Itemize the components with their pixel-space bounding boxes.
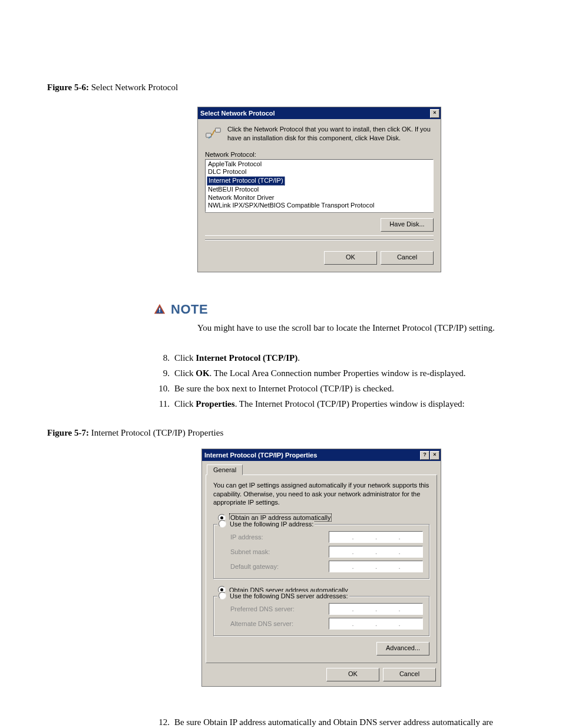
label-preferred-dns: Preferred DNS server: bbox=[230, 605, 295, 612]
label-ip-address: IP address: bbox=[230, 533, 263, 541]
radio-icon[interactable] bbox=[219, 520, 226, 528]
cancel-button[interactable]: Cancel bbox=[383, 668, 436, 681]
list-label: Network Protocol: bbox=[205, 151, 434, 158]
dialog-instruction: Click the Network Protocol that you want… bbox=[227, 125, 434, 143]
list-item[interactable]: AppleTalk Protocol bbox=[207, 160, 432, 169]
steps-list: 8. Click Internet Protocol (TCP/IP). 9. … bbox=[153, 352, 515, 410]
step-9: 9. Click OK. The Local Area Connection n… bbox=[153, 367, 515, 380]
note-text: You might have to use the scroll bar to … bbox=[197, 322, 515, 335]
subnet-mask-field bbox=[329, 546, 423, 558]
step-11: 11. Click Properties. The Internet Proto… bbox=[153, 398, 515, 411]
figure-5-7-caption: Figure 5-7: Internet Protocol (TCP/IP) P… bbox=[47, 428, 515, 438]
list-item[interactable]: DLC Protocol bbox=[207, 168, 432, 176]
network-protocol-icon bbox=[205, 125, 222, 141]
ok-button[interactable]: OK bbox=[324, 251, 377, 265]
dns-groupbox: Use the following DNS server addresses: … bbox=[213, 596, 429, 636]
note-label: NOTE bbox=[171, 302, 208, 317]
radio-use-dns[interactable]: Use the following DNS server addresses: bbox=[230, 592, 348, 599]
list-item[interactable]: NWLink IPX/SPX/NetBIOS Compatible Transp… bbox=[207, 202, 432, 210]
ip-address-field bbox=[329, 531, 423, 543]
figure-number: Figure 5-6: bbox=[47, 83, 89, 92]
tcpip-intro-text: You can get IP settings assigned automat… bbox=[213, 481, 429, 506]
dialog-titlebar: Internet Protocol (TCP/IP) Properties ? … bbox=[202, 449, 441, 461]
svg-rect-2 bbox=[159, 308, 160, 311]
protocol-listbox[interactable]: AppleTalk Protocol DLC Protocol Internet… bbox=[205, 159, 434, 212]
note-block: NOTE You might have to use the scroll ba… bbox=[153, 302, 515, 335]
figure-5-6-caption: Figure 5-6: Select Network Protocol bbox=[47, 83, 515, 93]
dialog-title: Internet Protocol (TCP/IP) Properties bbox=[204, 452, 317, 459]
label-subnet-mask: Subnet mask: bbox=[230, 548, 270, 555]
radio-use-ip[interactable]: Use the following IP address: bbox=[230, 521, 313, 528]
step-10: 10. Be sure the box next to Internet Pro… bbox=[153, 383, 515, 396]
alternate-dns-field bbox=[329, 618, 423, 630]
default-gateway-field bbox=[329, 561, 423, 572]
tab-general[interactable]: General bbox=[207, 465, 243, 475]
step-12: 12. Be sure Obtain IP address automatica… bbox=[153, 716, 515, 728]
advanced-button[interactable]: Advanced... bbox=[376, 642, 429, 655]
steps-list-2: 12. Be sure Obtain IP address automatica… bbox=[153, 716, 515, 728]
help-icon[interactable]: ? bbox=[420, 451, 429, 460]
have-disk-button[interactable]: Have Disk... bbox=[381, 218, 434, 232]
list-item[interactable]: Network Monitor Driver bbox=[207, 194, 432, 202]
figure-title: Select Network Protocol bbox=[91, 83, 178, 92]
label-default-gateway: Default gateway: bbox=[230, 563, 279, 570]
figure-title: Internet Protocol (TCP/IP) Properties bbox=[91, 428, 224, 437]
svg-rect-3 bbox=[159, 311, 160, 312]
label-alternate-dns: Alternate DNS server: bbox=[230, 620, 293, 627]
dialog-titlebar: Select Network Protocol × bbox=[198, 107, 441, 119]
dialog-title: Select Network Protocol bbox=[200, 110, 275, 117]
ok-button[interactable]: OK bbox=[326, 668, 379, 681]
figure-number: Figure 5-7: bbox=[47, 428, 89, 437]
svg-rect-1 bbox=[216, 128, 221, 132]
note-icon bbox=[153, 303, 166, 316]
cancel-button[interactable]: Cancel bbox=[381, 251, 434, 265]
select-network-protocol-dialog: Select Network Protocol × Click bbox=[197, 107, 441, 272]
list-item-selected[interactable]: Internet Protocol (TCP/IP) bbox=[207, 176, 285, 186]
preferred-dns-field bbox=[329, 603, 423, 615]
radio-icon[interactable] bbox=[219, 592, 226, 599]
ip-address-groupbox: Use the following IP address: IP address… bbox=[213, 524, 429, 579]
step-8: 8. Click Internet Protocol (TCP/IP). bbox=[153, 352, 515, 365]
close-icon[interactable]: × bbox=[430, 451, 439, 460]
list-item[interactable]: NetBEUI Protocol bbox=[207, 186, 432, 194]
tcpip-properties-dialog: Internet Protocol (TCP/IP) Properties ? … bbox=[201, 449, 441, 687]
close-icon[interactable]: × bbox=[430, 109, 439, 118]
